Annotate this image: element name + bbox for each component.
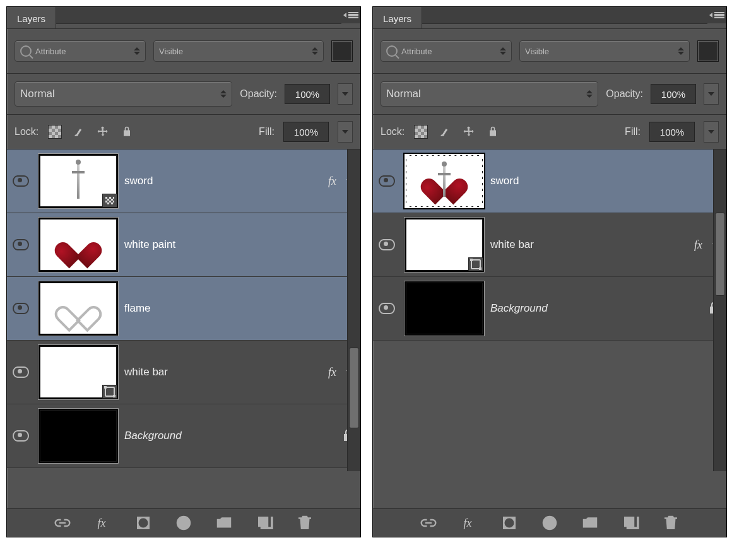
layer-thumbnail[interactable]: [40, 155, 117, 207]
layers-scrollbar[interactable]: [347, 149, 360, 471]
tab-strip: [56, 7, 341, 24]
layer-row[interactable]: white barfx: [373, 213, 726, 277]
adjustment-layer-button[interactable]: [174, 515, 193, 531]
layer-name[interactable]: white paint: [124, 238, 355, 251]
fill-slider-button[interactable]: [704, 121, 719, 143]
layer-thumbnail[interactable]: [406, 283, 483, 334]
search-icon: [20, 45, 32, 57]
link-layers-button[interactable]: [419, 515, 438, 531]
opacity-slider-button[interactable]: [704, 83, 719, 105]
fill-label: Fill:: [625, 126, 641, 138]
fx-icon: fx: [464, 517, 472, 530]
visibility-toggle[interactable]: [9, 430, 32, 442]
layer-style-button[interactable]: fx: [459, 515, 478, 531]
layer-style-button[interactable]: fx: [93, 515, 112, 531]
panel-menu-button[interactable]: [341, 7, 360, 23]
lock-pixels-button[interactable]: [437, 125, 452, 139]
fill-value-input[interactable]: 100%: [649, 122, 695, 142]
blend-opacity-row: NormalOpacity:100%: [7, 74, 360, 115]
layer-name[interactable]: Background: [124, 430, 333, 442]
layer-row[interactable]: swordfx: [7, 149, 360, 213]
filter-toggle-switch[interactable]: [331, 40, 353, 62]
lock-position-button[interactable]: [95, 125, 110, 139]
layer-row[interactable]: white barfx: [7, 341, 360, 404]
fill-value-input[interactable]: 100%: [283, 122, 329, 142]
layer-thumbnail[interactable]: [40, 410, 117, 462]
opacity-value-input[interactable]: 100%: [651, 84, 696, 104]
link-layers-button[interactable]: [53, 515, 72, 531]
blend-mode-dropdown[interactable]: Normal: [381, 81, 598, 107]
layer-row[interactable]: flame: [7, 277, 360, 341]
fx-indicator[interactable]: fx: [328, 366, 336, 379]
new-group-button[interactable]: [215, 515, 233, 531]
lock-transparency-button[interactable]: [413, 125, 428, 139]
layer-filter-row: AttributeVisible: [7, 29, 360, 74]
blend-mode-dropdown[interactable]: Normal: [15, 81, 232, 107]
layer-row[interactable]: Background: [7, 404, 360, 468]
smart-object-badge-icon: [102, 194, 117, 208]
layer-name[interactable]: flame: [124, 302, 355, 315]
heart-outline-thumb-art: [63, 295, 93, 322]
eye-icon: [13, 366, 29, 378]
lock-pixels-button[interactable]: [71, 125, 86, 139]
visibility-toggle[interactable]: [9, 303, 32, 314]
scrollbar-thumb[interactable]: [715, 213, 725, 296]
new-layer-button[interactable]: [621, 515, 640, 531]
layer-thumbnail[interactable]: [40, 219, 117, 271]
layer-name[interactable]: sword: [124, 175, 321, 187]
lock-all-button[interactable]: [485, 125, 500, 139]
add-mask-button[interactable]: [134, 515, 153, 531]
visibility-filter-dropdown[interactable]: Visible: [519, 40, 690, 62]
visibility-filter-label: Visible: [525, 47, 549, 56]
visibility-toggle[interactable]: [9, 175, 32, 187]
new-layer-button[interactable]: [255, 515, 274, 531]
chevron-left-icon: [709, 13, 712, 18]
panel-footer: fx: [373, 508, 726, 537]
visibility-toggle[interactable]: [375, 303, 398, 314]
layer-thumbnail[interactable]: [40, 346, 117, 398]
filter-toggle-switch[interactable]: [697, 40, 719, 62]
menu-icon: [348, 12, 358, 18]
fx-indicator[interactable]: fx: [694, 238, 702, 252]
layer-name[interactable]: white bar: [490, 238, 687, 251]
layer-row[interactable]: sword: [373, 149, 726, 213]
menu-icon: [714, 12, 724, 18]
fill-slider-button[interactable]: [338, 121, 353, 143]
new-group-button[interactable]: [581, 515, 599, 531]
fx-indicator[interactable]: fx: [328, 175, 336, 188]
visibility-toggle[interactable]: [375, 239, 398, 250]
scrollbar-thumb[interactable]: [349, 348, 359, 428]
layer-row[interactable]: Background: [373, 277, 726, 341]
adjustment-layer-button[interactable]: [540, 515, 559, 531]
panel-menu-button[interactable]: [707, 7, 726, 23]
layer-row[interactable]: white paint: [7, 213, 360, 277]
layers-scrollbar[interactable]: [713, 149, 726, 471]
mask-icon: [134, 513, 153, 532]
opacity-slider-button[interactable]: [338, 83, 353, 105]
visibility-toggle[interactable]: [9, 366, 32, 378]
layers-tab[interactable]: Layers: [373, 7, 422, 28]
visibility-filter-label: Visible: [159, 47, 183, 56]
layer-name[interactable]: white bar: [124, 366, 321, 378]
layers-tab[interactable]: Layers: [7, 7, 56, 28]
visibility-toggle[interactable]: [375, 175, 398, 187]
layer-thumbnail[interactable]: [406, 219, 483, 271]
lock-all-button[interactable]: [119, 125, 134, 139]
layer-name[interactable]: Background: [490, 302, 699, 315]
folder-icon: [581, 513, 599, 532]
layers-panel: LayersAttributeVisibleNormalOpacity:100%…: [6, 6, 361, 537]
opacity-value-input[interactable]: 100%: [285, 84, 330, 104]
visibility-toggle[interactable]: [9, 239, 32, 250]
add-mask-button[interactable]: [500, 515, 519, 531]
layer-name[interactable]: sword: [490, 175, 721, 187]
delete-layer-button[interactable]: [661, 515, 680, 531]
layer-thumbnail[interactable]: [40, 283, 117, 334]
attribute-filter-dropdown[interactable]: Attribute: [15, 40, 146, 62]
lock-transparency-button[interactable]: [47, 125, 62, 139]
layer-thumbnail[interactable]: [406, 155, 483, 207]
delete-layer-button[interactable]: [295, 515, 314, 531]
layers-panel: LayersAttributeVisibleNormalOpacity:100%…: [372, 6, 727, 537]
visibility-filter-dropdown[interactable]: Visible: [153, 40, 324, 62]
attribute-filter-dropdown[interactable]: Attribute: [381, 40, 512, 62]
lock-position-button[interactable]: [461, 125, 476, 139]
